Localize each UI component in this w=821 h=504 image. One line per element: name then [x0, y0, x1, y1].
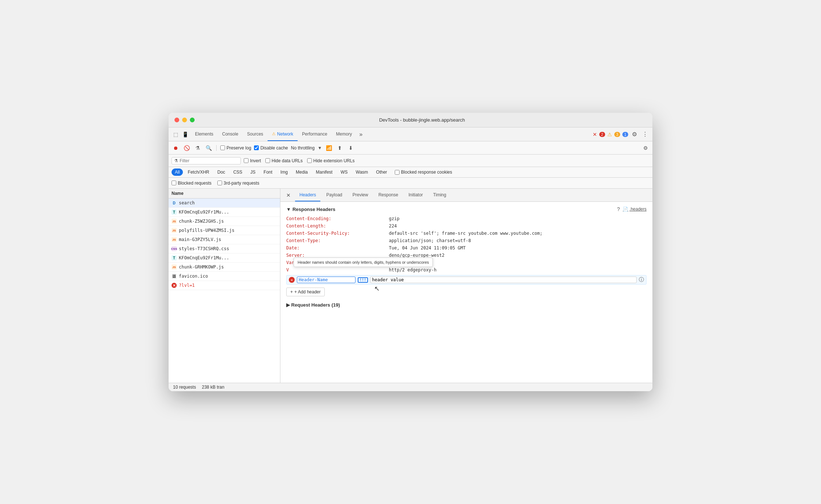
type-btn-fetch-xhr[interactable]: Fetch/XHR — [184, 168, 213, 176]
type-btn-font[interactable]: Font — [260, 168, 276, 176]
req-name: polyfills-UPW4ZMSI.js — [179, 228, 235, 233]
add-header-button[interactable]: + + Add header — [286, 288, 325, 296]
custom-header-value-input[interactable] — [370, 277, 637, 283]
req-icon-css: CSS — [172, 246, 177, 251]
request-list: D search T KFOmCnqEu92Fr1Mu... JS chunk-… — [169, 199, 280, 383]
device-icon[interactable]: 📱 — [181, 130, 189, 138]
error-icon: ✕ — [593, 131, 597, 137]
wifi-icon[interactable]: 📶 — [325, 144, 333, 152]
preserve-log-group[interactable]: Preserve log — [220, 145, 251, 151]
clear-button[interactable]: 🚫 — [183, 144, 191, 152]
type-btn-css[interactable]: CSS — [230, 168, 246, 176]
close-panel-button[interactable]: ✕ — [283, 191, 294, 200]
network-warn-icon: ⚠ — [272, 131, 276, 136]
traffic-light-green[interactable] — [190, 118, 195, 122]
third-party-checkbox[interactable] — [217, 181, 222, 185]
req-name: favicon.ico — [179, 274, 208, 279]
blocked-cookies-label[interactable]: Blocked response cookies — [395, 170, 452, 175]
tab-headers[interactable]: Headers — [295, 189, 320, 201]
disable-cache-checkbox[interactable] — [254, 145, 259, 150]
list-item[interactable]: JS polyfills-UPW4ZMSI.js — [169, 226, 280, 235]
list-item[interactable]: CSS styles-T73CSHRQ.css — [169, 244, 280, 253]
section-title-row: ▼ Response Headers ? 📄 .headers — [286, 206, 647, 212]
list-item[interactable]: JS main-G3PZY5LV.js — [169, 235, 280, 244]
tab-payload[interactable]: Payload — [322, 189, 346, 201]
tab-timing[interactable]: Timing — [429, 189, 451, 201]
type-btn-other[interactable]: Other — [373, 168, 390, 176]
tab-elements[interactable]: Elements — [191, 127, 218, 141]
header-name: Content-Type: — [286, 238, 389, 243]
hide-extension-urls-checkbox[interactable] — [307, 158, 312, 163]
list-item[interactable]: JS chunk-GRHMKOWP.js — [169, 263, 280, 272]
invert-checkbox[interactable] — [244, 158, 248, 163]
type-btn-img[interactable]: Img — [277, 168, 291, 176]
headers-file-link[interactable]: 📄 .headers — [623, 207, 647, 212]
preserve-log-checkbox[interactable] — [220, 145, 225, 150]
download-icon[interactable]: ⬇ — [347, 144, 355, 152]
filter-input[interactable] — [180, 158, 238, 163]
list-item[interactable]: T KFOmCnqEu92Fr1Mu... — [169, 253, 280, 263]
tab-response[interactable]: Response — [374, 189, 402, 201]
req-name: styles-T73CSHRQ.css — [179, 246, 229, 251]
req-icon-js: JS — [172, 264, 177, 270]
hide-data-urls-label[interactable]: Hide data URLs — [265, 158, 303, 163]
response-headers-title[interactable]: ▼ Response Headers — [286, 207, 335, 212]
filter-toggle-button[interactable]: ⚗ — [194, 144, 202, 152]
disable-cache-group[interactable]: Disable cache — [254, 145, 288, 151]
hide-extension-urls-label[interactable]: Hide extension URLs — [307, 158, 355, 163]
info-icon[interactable]: ⓘ — [639, 277, 644, 283]
type-btn-all[interactable]: All — [172, 168, 183, 176]
tab-network[interactable]: ⚠ Network — [268, 127, 298, 141]
tab-memory[interactable]: Memory — [332, 127, 356, 141]
tab-preview[interactable]: Preview — [348, 189, 373, 201]
third-party-requests-label[interactable]: 3rd-party requests — [217, 181, 259, 186]
list-item[interactable]: 🖼 favicon.ico — [169, 272, 280, 281]
header-value: Tue, 04 Jun 2024 11:09:05 GMT — [389, 245, 466, 251]
error-count-badge: 2 — [599, 132, 605, 137]
req-name: KFOmCnqEu92Fr1Mu... — [179, 210, 229, 215]
tab-initiator[interactable]: Initiator — [404, 189, 427, 201]
type-btn-doc[interactable]: Doc — [214, 168, 228, 176]
list-item[interactable]: T KFOmCnqEu92Fr1Mu... — [169, 208, 280, 217]
traffic-light-red[interactable] — [174, 118, 179, 122]
list-item[interactable]: JS chunk-Z5WZJGHS.js — [169, 217, 280, 226]
header-name: V — [286, 267, 389, 273]
help-icon[interactable]: ? — [617, 206, 620, 212]
main-content: Name D search T KFOmCnqEu92Fr1Mu... JS c… — [169, 189, 652, 383]
header-row: Content-Type: application/json; charset=… — [286, 237, 647, 244]
throttle-dropdown-arrow[interactable]: ▼ — [317, 145, 322, 151]
type-btn-media[interactable]: Media — [292, 168, 311, 176]
invert-label[interactable]: Invert — [244, 158, 261, 163]
more-options-icon[interactable]: ⋮ — [641, 130, 649, 138]
search-button[interactable]: 🔍 — [205, 144, 213, 152]
header-row: Content-Encoding: gzip — [286, 215, 647, 222]
tab-performance[interactable]: Performance — [298, 127, 332, 141]
traffic-light-yellow[interactable] — [182, 118, 187, 122]
request-headers-title[interactable]: ▶ Request Headers (19) — [286, 301, 647, 309]
blocked-cookies-checkbox[interactable] — [395, 170, 400, 175]
list-item[interactable]: D search — [169, 199, 280, 208]
network-settings-icon[interactable]: ⚙ — [641, 144, 649, 152]
settings-icon[interactable]: ⚙ — [630, 130, 638, 138]
extra-filter-bar: Blocked requests 3rd-party requests — [169, 178, 652, 189]
tab-sources[interactable]: Sources — [243, 127, 268, 141]
type-btn-js[interactable]: JS — [247, 168, 259, 176]
type-btn-manifest[interactable]: Manifest — [313, 168, 336, 176]
filter-icon: ⚗ — [174, 158, 178, 163]
hide-data-urls-checkbox[interactable] — [265, 158, 270, 163]
record-button[interactable]: ⏺ — [172, 144, 180, 152]
throttle-select[interactable]: No throttling — [291, 145, 315, 151]
tab-console[interactable]: Console — [218, 127, 243, 141]
custom-header-name-input[interactable] — [297, 277, 356, 283]
custom-header-delete-button[interactable]: ✕ — [289, 277, 295, 283]
blocked-requests-label[interactable]: Blocked requests — [172, 181, 211, 186]
upload-icon[interactable]: ⬆ — [336, 144, 344, 152]
tooltip-box: Header names should contain only letters… — [294, 257, 433, 267]
type-btn-wasm[interactable]: Wasm — [353, 168, 372, 176]
more-tabs-button[interactable]: » — [356, 131, 365, 138]
inspector-icon[interactable]: ⬚ — [172, 130, 180, 138]
blocked-requests-checkbox[interactable] — [172, 181, 176, 185]
status-bar: 10 requests 238 kB tran — [169, 383, 652, 391]
list-item[interactable]: ✕ ?lvl=1 — [169, 281, 280, 290]
type-btn-ws[interactable]: WS — [337, 168, 351, 176]
